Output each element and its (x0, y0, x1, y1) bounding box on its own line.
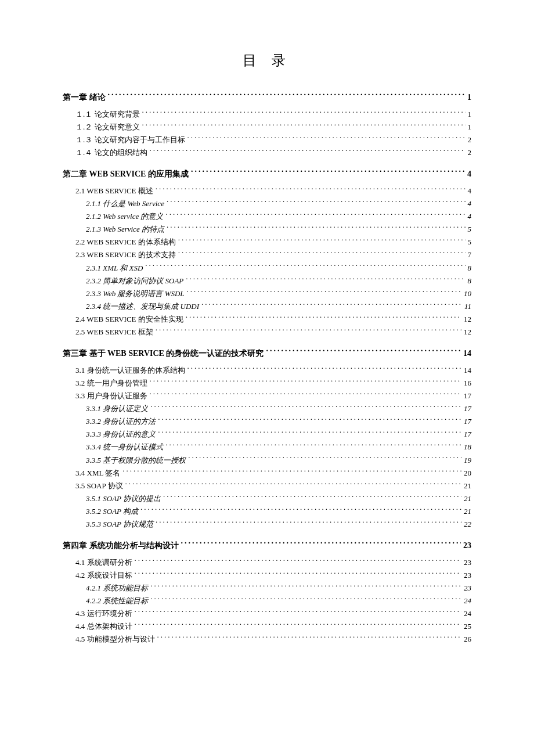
toc-leader (158, 416, 461, 424)
toc-leader (125, 481, 461, 488)
toc-leader (187, 135, 466, 142)
toc-leader (150, 583, 461, 591)
toc-entry-sub: 3.5.2 SOAP 构成21 (86, 505, 471, 518)
toc-label: 3.1 身份统一认证服务的体系结构 (75, 364, 185, 377)
toc-page: 24 (464, 607, 471, 620)
toc-leader (156, 327, 461, 334)
toc-label: 3.4 XML 签名 (75, 467, 120, 480)
toc-entry-section: 3.2 统一用户身份管理16 (75, 377, 471, 390)
toc-leader (135, 570, 462, 578)
toc-leader (187, 289, 461, 296)
toc-page: 5 (468, 236, 472, 249)
toc-page: 1 (467, 91, 471, 105)
toc-page: 10 (464, 287, 471, 300)
toc-leader (150, 391, 462, 398)
toc-page: 21 (464, 480, 471, 492)
toc-entry-sub: 4.2.1 系统功能目标23 (86, 582, 471, 595)
toc-entry-sub: 2.1.1 什么是 Web Service4 (86, 197, 471, 210)
toc-page: 8 (468, 275, 472, 287)
toc-page: 17 (464, 402, 471, 415)
toc-leader (167, 224, 466, 232)
toc-label: 2.2 WEB SERVICE 的体系结构 (75, 236, 176, 249)
toc-entry-section: 4.1 系统调研分析23 (75, 556, 471, 569)
toc-entry-section: 4.3 运行环境分析24 (75, 607, 471, 620)
toc-page: 21 (464, 492, 471, 505)
toc-entry-section: １.１ 论文研究背景1 (75, 108, 471, 121)
toc-page: 7 (468, 249, 472, 261)
toc-leader (186, 276, 465, 283)
toc-label: 4.4 总体架构设计 (75, 620, 132, 633)
toc-leader (191, 168, 465, 177)
toc-label: 2.3.2 简单对象访问协议 SOAP (86, 275, 183, 287)
toc-page: 14 (464, 364, 471, 377)
toc-label: 4.5 功能模型分析与设计 (75, 633, 155, 646)
toc-page: 17 (464, 428, 471, 441)
toc-entry-sub: 2.3.1 XML 和 XSD8 (86, 262, 471, 275)
toc-label: 第四章 系统功能分析与结构设计 (63, 539, 179, 553)
toc-label: 3.3.4 统一身份认证模式 (86, 441, 163, 453)
toc-label: 3.3 用户身份认证服务 (75, 390, 147, 402)
toc-entry-sub: 2.3.2 简单对象访问协议 SOAP8 (86, 275, 471, 287)
toc-entry-section: 3.5 SOAP 协议21 (75, 480, 471, 492)
page-title: 目 录 (63, 51, 471, 70)
toc-leader (150, 147, 466, 155)
toc-page: 12 (464, 313, 471, 326)
toc-label: 2.3.4 统一描述、发现与集成 UDDI (86, 300, 199, 313)
toc-entry-section: 4.2 系统设计目标23 (75, 569, 471, 582)
toc-label: 2.3.3 Web 服务说明语言 WSDL (86, 287, 185, 300)
toc-label: 第二章 WEB SERVICE 的应用集成 (63, 167, 189, 181)
toc-page: 17 (464, 415, 471, 428)
toc-page: 1 (468, 121, 472, 134)
toc-leader (186, 314, 461, 322)
toc-page: 4 (467, 167, 471, 181)
toc-page: 4 (468, 197, 472, 210)
toc-leader (165, 442, 461, 449)
toc-label: 4.1 系统调研分析 (75, 556, 132, 569)
toc-page: 1 (468, 108, 472, 121)
toc-leader (142, 109, 466, 117)
toc-leader (142, 122, 466, 129)
toc-leader (266, 348, 461, 356)
toc-leader (158, 429, 461, 437)
toc-entry-sub: 3.3.1 身份认证定义17 (86, 402, 471, 415)
toc-leader (135, 557, 462, 565)
toc-label: 3.3.1 身份认证定义 (86, 402, 148, 415)
toc-page: 24 (464, 595, 471, 607)
toc-page: 11 (464, 300, 471, 313)
toc-entry-section: 2.4 WEB SERVICE 的安全性实现12 (75, 313, 471, 326)
toc-entry-sub: 3.3.5 基于权限分散的统一授权19 (86, 454, 471, 467)
toc-page: 23 (464, 556, 471, 569)
toc-label: 3.5 SOAP 协议 (75, 480, 123, 492)
toc-entry-section: 2.2 WEB SERVICE 的体系结构5 (75, 236, 471, 249)
toc-entry-sub: 3.5.3 SOAP 协议规范22 (86, 518, 471, 531)
toc-label: 4.2 系统设计目标 (75, 569, 132, 582)
toc-label: １.１ 论文研究背景 (75, 108, 140, 121)
toc-page: 18 (464, 441, 471, 453)
toc-page: 2 (468, 146, 472, 159)
toc-label: 3.3.2 身份认证的方法 (86, 415, 156, 428)
toc-page: 23 (464, 582, 471, 595)
toc-page: 5 (468, 223, 472, 236)
toc-leader (187, 365, 462, 373)
toc-entry-sub: 2.1.2 Web service 的意义4 (86, 210, 471, 223)
toc-label: 2.1 WEB SERVICE 概述 (75, 185, 153, 197)
toc-page: 17 (464, 390, 471, 402)
toc-leader (167, 199, 466, 206)
toc-label: 2.4 WEB SERVICE 的安全性实现 (75, 313, 183, 326)
toc-entry-section: 2.5 WEB SERVICE 框架12 (75, 326, 471, 339)
toc-leader (201, 301, 462, 309)
toc-label: 4.2.1 系统功能目标 (86, 582, 148, 595)
toc-page: 20 (464, 467, 471, 480)
toc-entry-section: 2.3 WEB SERVICE 的技术支持7 (75, 249, 471, 261)
toc-leader (181, 540, 461, 548)
toc-entry-chapter: 第三章 基于 WEB SERVICE 的身份统一认证的技术研究14 (63, 347, 471, 361)
toc-leader (150, 404, 461, 411)
toc-leader (145, 263, 465, 271)
toc-entry-sub: 4.2.2 系统性能目标24 (86, 595, 471, 607)
toc-entry-section: １.２ 论文研究意义1 (75, 121, 471, 134)
toc-label: 2.5 WEB SERVICE 框架 (75, 326, 153, 339)
toc-container: 第一章 绪论1１.１ 论文研究背景1１.２ 论文研究意义1１.３ 论文研究内容于… (63, 91, 471, 646)
toc-page: 14 (463, 347, 471, 361)
toc-page: 23 (463, 539, 471, 553)
toc-leader (135, 609, 462, 616)
